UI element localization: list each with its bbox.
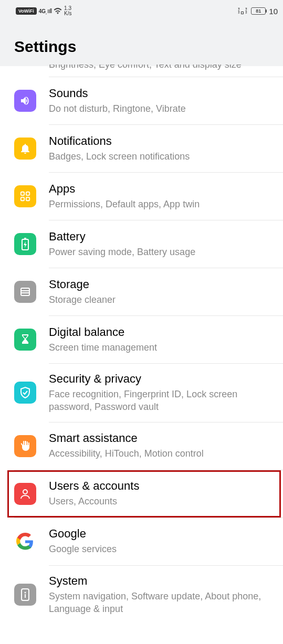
row-title: Storage [49, 278, 269, 291]
vibrate-icon: ⸾◻⸾ [237, 7, 248, 15]
svg-rect-1 [26, 192, 29, 195]
settings-row-apps[interactable]: Apps Permissions, Default apps, App twin [0, 173, 283, 220]
battery-icon [14, 233, 36, 255]
google-icon [14, 531, 36, 553]
row-subtitle: System navigation, Software update, Abou… [49, 590, 269, 616]
row-subtitle: Screen time management [49, 341, 269, 354]
row-title: Apps [49, 182, 269, 196]
row-subtitle: Users, Accounts [49, 495, 269, 508]
page-header: Settings [0, 22, 283, 66]
hourglass-icon [14, 329, 36, 351]
svg-rect-2 [21, 197, 24, 200]
settings-row-battery[interactable]: Battery Power saving mode, Battery usage [0, 220, 283, 268]
settings-row-sounds[interactable]: Sounds Do not disturb, Ringtone, Vibrate [0, 77, 283, 124]
svg-rect-0 [21, 192, 24, 195]
row-subtitle: Power saving mode, Battery usage [49, 246, 269, 258]
row-subtitle: Permissions, Default apps, App twin [49, 198, 269, 210]
settings-row-smart-assistance[interactable]: Smart assistance Accessibility, HiTouch,… [0, 423, 283, 470]
settings-row-users-accounts[interactable]: Users & accounts Users, Accounts [7, 470, 281, 518]
settings-row-digital-balance[interactable]: Digital balance Screen time management [0, 316, 283, 363]
vowifi-badge: VoWiFi [16, 7, 37, 15]
bell-icon [14, 138, 36, 160]
svg-point-11 [25, 592, 26, 593]
network-4g: 4G [39, 8, 46, 14]
row-title: Google [49, 527, 269, 541]
row-title: System [49, 574, 269, 588]
settings-list: Brightness, Eye comfort, Text and displa… [0, 66, 283, 624]
settings-row-storage[interactable]: Storage Storage cleaner [0, 268, 283, 315]
svg-rect-3 [26, 197, 29, 200]
clock: 10 [269, 7, 278, 16]
net-speed-unit: K/s [64, 10, 71, 16]
settings-row-system[interactable]: System System navigation, Software updat… [0, 566, 283, 624]
row-title: Digital balance [49, 325, 269, 339]
row-title: Users & accounts [49, 479, 269, 493]
row-title: Security & privacy [49, 372, 269, 386]
net-speed: 1.3 K/s [64, 6, 71, 16]
row-subtitle: Badges, Lock screen notifications [49, 150, 269, 163]
settings-row-google[interactable]: Google Google services [0, 518, 283, 565]
row-subtitle: Face recognition, Fingerprint ID, Lock s… [49, 388, 269, 414]
sound-icon [14, 90, 36, 112]
row-title: Sounds [49, 87, 269, 100]
person-icon [14, 483, 36, 505]
page-title: Settings [14, 38, 269, 56]
row-subtitle: Do not disturb, Ringtone, Vibrate [49, 102, 269, 115]
storage-icon [14, 281, 36, 303]
battery-percent: 81 [256, 8, 261, 14]
svg-rect-5 [24, 238, 26, 239]
hand-icon [14, 435, 36, 457]
row-subtitle: Storage cleaner [49, 293, 269, 306]
info-icon [14, 584, 36, 606]
settings-row-notifications[interactable]: Notifications Badges, Lock screen notifi… [0, 125, 283, 172]
row-title: Notifications [49, 134, 269, 148]
settings-row-security[interactable]: Security & privacy Face recognition, Fin… [0, 364, 283, 422]
svg-rect-12 [25, 594, 26, 598]
status-right: ⸾◻⸾ 81 10 [237, 7, 278, 16]
row-title: Battery [49, 230, 269, 244]
svg-point-9 [23, 490, 27, 494]
signal-icon: ̣ııll [48, 7, 51, 15]
shield-icon [14, 382, 36, 404]
status-bar: VoWiFi 4G ̣ııll 1.3 K/s ⸾◻⸾ 81 10 [0, 0, 283, 22]
wifi-icon [54, 8, 62, 14]
status-left: VoWiFi 4G ̣ııll 1.3 K/s [16, 6, 72, 16]
row-subtitle: Accessibility, HiTouch, Motion control [49, 447, 269, 460]
svg-rect-6 [21, 288, 29, 295]
apps-icon [14, 185, 36, 207]
row-subtitle: Google services [49, 543, 269, 555]
cutoff-previous-row: Brightness, Eye comfort, Text and displa… [0, 65, 283, 75]
battery-icon: 81 [251, 7, 266, 15]
row-title: Smart assistance [49, 431, 269, 445]
